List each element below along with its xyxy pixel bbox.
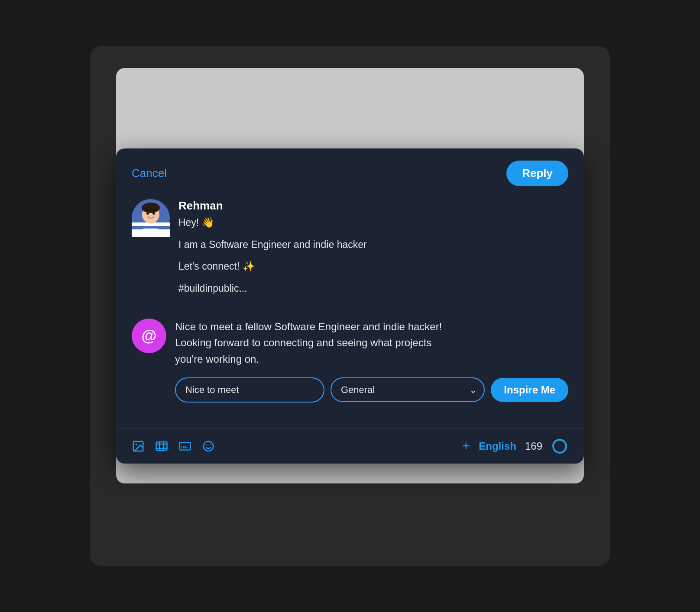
svg-point-22 bbox=[210, 445, 211, 446]
svg-point-8 bbox=[152, 212, 155, 215]
image-icon[interactable] bbox=[132, 440, 145, 453]
tweet-body: Hey! 👋 I am a Software Engineer and indi… bbox=[178, 215, 568, 296]
svg-point-21 bbox=[206, 445, 207, 446]
inspire-me-button[interactable]: Inspire Me bbox=[491, 378, 568, 402]
progress-ring bbox=[551, 438, 568, 455]
char-count-display: 169 bbox=[525, 440, 542, 452]
reply-text-area: Nice to meet a fellow Software Engineer … bbox=[175, 319, 568, 403]
svg-point-20 bbox=[204, 441, 214, 451]
compose-spacer bbox=[116, 411, 584, 428]
toolbar: GIF + English 169 bbox=[116, 428, 584, 464]
inputs-row: General Friendly Professional Casual Fun… bbox=[175, 377, 568, 403]
reply-button[interactable]: Reply bbox=[506, 161, 568, 186]
modal-header: Cancel Reply bbox=[116, 148, 584, 195]
video-icon[interactable] bbox=[155, 440, 168, 453]
svg-rect-13 bbox=[156, 442, 167, 451]
tone-select[interactable]: General Friendly Professional Casual Fun… bbox=[331, 377, 485, 402]
reply-user-avatar: @ bbox=[132, 319, 166, 353]
tone-select-wrapper: General Friendly Professional Casual Fun… bbox=[331, 377, 485, 402]
tweet-author-avatar bbox=[132, 199, 170, 239]
language-selector[interactable]: English bbox=[479, 440, 516, 452]
outer-background: Cancel Reply bbox=[90, 46, 610, 566]
reply-compose-section: @ Nice to meet a fellow Software Enginee… bbox=[116, 308, 584, 411]
tweet-author-name: Rehman bbox=[178, 199, 568, 213]
add-icon[interactable]: + bbox=[462, 438, 470, 454]
toolbar-icons-group: GIF bbox=[132, 440, 215, 453]
modal-dialog: Cancel Reply bbox=[116, 148, 584, 464]
svg-text:GIF: GIF bbox=[181, 445, 188, 449]
tweet-line-2: I am a Software Engineer and indie hacke… bbox=[178, 237, 568, 252]
emoji-icon[interactable] bbox=[202, 440, 215, 453]
tweet-line-4: #buildinpublic... bbox=[178, 281, 568, 296]
reply-message-preview: Nice to meet a fellow Software Engineer … bbox=[175, 319, 568, 367]
toolbar-right-group: + English 169 bbox=[462, 438, 568, 455]
original-tweet-section: Rehman Hey! 👋 I am a Software Engineer a… bbox=[116, 195, 584, 308]
gif-icon[interactable]: GIF bbox=[178, 440, 191, 453]
svg-point-12 bbox=[136, 444, 137, 445]
tweet-content: Rehman Hey! 👋 I am a Software Engineer a… bbox=[178, 199, 568, 296]
cancel-button[interactable]: Cancel bbox=[132, 167, 167, 180]
svg-rect-9 bbox=[143, 229, 159, 237]
svg-point-7 bbox=[146, 212, 149, 215]
svg-point-6 bbox=[142, 203, 160, 213]
svg-point-24 bbox=[553, 440, 566, 453]
tweet-line-1: Hey! 👋 bbox=[178, 215, 568, 230]
tweet-line-3: Let's connect! ✨ bbox=[178, 259, 568, 274]
reply-text-input[interactable] bbox=[175, 377, 324, 403]
